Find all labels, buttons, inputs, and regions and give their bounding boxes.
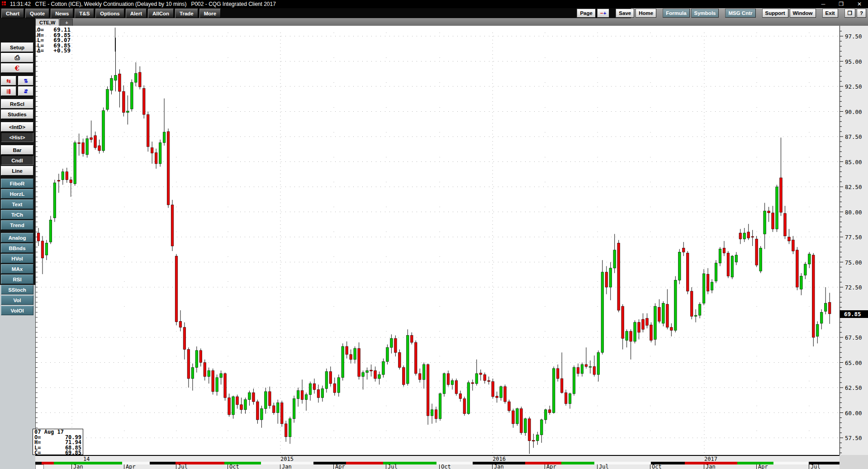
sidebar-item-label: Vol	[13, 298, 21, 303]
menu-ts[interactable]: T&S	[75, 9, 94, 18]
sidebar-item-label: Line	[12, 168, 23, 174]
year-label: 14	[83, 456, 90, 462]
sidebar-item-label: BBnds	[9, 246, 25, 251]
page-nav-icon[interactable]: −+	[597, 9, 609, 18]
price-axis-label: 65.00	[845, 360, 862, 366]
month-label: Oct	[228, 464, 239, 469]
price-axis-label: 60.00	[845, 410, 862, 417]
sidebar-item-label: MAx	[12, 266, 23, 272]
sidebar-item-label: TrCh	[11, 212, 23, 218]
sidebar-item-moving-average[interactable]: MAx	[1, 264, 33, 274]
sidebar-item-label: Cndl	[11, 158, 23, 163]
sidebar-item-horizontal-line[interactable]: HorzL	[1, 189, 33, 199]
minimize-icon[interactable]: ─	[821, 1, 825, 7]
sidebar-item-volume[interactable]: Vol	[1, 295, 33, 305]
menu-window[interactable]: Window	[790, 9, 816, 18]
menu-support[interactable]: Support	[762, 9, 788, 18]
sidebar-item-studies[interactable]: Studies	[1, 109, 33, 119]
sidebar-item-print[interactable]: ⎙	[1, 53, 33, 62]
printer-icon: ⎙	[14, 54, 19, 62]
sidebar-item-label: <IntD>	[9, 124, 25, 130]
sidebar-item-label: RSI	[13, 277, 21, 282]
price-axis-label: 62.50	[845, 384, 862, 391]
tab-cte-w[interactable]: CTE,W	[35, 19, 59, 26]
price-axis-label: 72.50	[845, 284, 862, 291]
cascade-windows-icon[interactable]: ❐	[844, 9, 855, 18]
price-axis-label: 95.00	[845, 58, 862, 65]
sidebar-item-label: Trend	[10, 223, 24, 228]
sidebar-item-slow-stochastic[interactable]: SStoch	[1, 285, 33, 294]
contract-strip	[35, 462, 840, 464]
session-title: P002 - CQG Integrated Client 2017	[191, 1, 275, 7]
price-axis-label: 57.50	[845, 435, 862, 441]
sidebar-item-rsi[interactable]: RSI	[1, 275, 33, 284]
contract-strip-segment	[150, 462, 175, 464]
menu-news[interactable]: News	[51, 9, 73, 18]
help-icon[interactable]: ?	[857, 9, 866, 18]
month-label: Apr	[545, 464, 556, 469]
month-label: Jan	[492, 464, 504, 469]
sidebar-item-setup[interactable]: Setup	[1, 43, 33, 52]
magnet-icon: €	[15, 64, 19, 72]
sidebar-item-historical[interactable]: <Hist>	[1, 133, 33, 142]
menu-home[interactable]: Home	[636, 9, 656, 18]
month-label: Jul	[809, 464, 821, 469]
axis-corner-box	[35, 464, 44, 469]
sidebar-item-volume-open-interest[interactable]: VolOI	[1, 306, 33, 315]
close-icon[interactable]: ✕	[857, 1, 862, 7]
month-label: Jul	[597, 464, 609, 469]
menu-alert[interactable]: Alert	[126, 9, 147, 18]
sidebar-item-trend-channel[interactable]: TrCh	[1, 210, 33, 219]
instrument-title: CTE - Cotton (ICE), Weekly Continuation …	[35, 1, 187, 7]
sidebar-item-historical-volatility[interactable]: HVol	[1, 254, 33, 263]
sidebar-item-label: SStoch	[8, 287, 26, 293]
menu-exit[interactable]: Exit	[822, 9, 838, 18]
sidebar-item-sort-arrows[interactable]: ⇵	[18, 86, 33, 96]
sidebar-item-swap-vertical[interactable]: ⇅	[18, 76, 33, 85]
price-axis-label: 82.50	[845, 184, 862, 190]
tab-add[interactable]: +	[60, 19, 73, 26]
sidebar-item-bollinger-bands[interactable]: BBnds	[1, 243, 33, 253]
restore-icon[interactable]: ❐	[839, 1, 844, 7]
add-tab-icon: +	[65, 20, 68, 25]
sidebar-item-bar-chart[interactable]: Bar	[1, 145, 33, 155]
sidebar-item-label: <Hist>	[9, 135, 25, 140]
menu-bar: ChartQuoteNewsT&SOptionsAlertAllConTrade…	[0, 8, 868, 18]
sidebar-item-rescale[interactable]: ReScl	[1, 99, 33, 109]
menu-save[interactable]: Save	[616, 9, 634, 18]
sidebar-item-swap-horizontal[interactable]: ⇆	[1, 76, 16, 85]
menu-options[interactable]: Options	[95, 9, 124, 18]
menu-msg-cntr[interactable]: MSG Cntr	[725, 9, 755, 18]
sidebar-item-label: HorzL	[10, 191, 25, 197]
sidebar-item-fibonacci-retracement[interactable]: FiboR	[1, 179, 33, 188]
sidebar-item-trend-line[interactable]: Trend	[1, 220, 33, 230]
price-axis[interactable]: 69.85 97.5095.0092.5090.0087.5085.0082.5…	[840, 26, 868, 455]
contract-strip-segment	[773, 462, 809, 464]
selected-bar-label: C=	[34, 450, 44, 456]
sidebar-item-text-tool[interactable]: Text	[1, 199, 33, 209]
contract-strip-segment	[561, 462, 594, 464]
menu-allcon[interactable]: AllCon	[148, 9, 174, 18]
menu-symbols[interactable]: Symbols	[691, 9, 719, 18]
quote-label: Δ=	[37, 48, 47, 53]
menu-chart[interactable]: Chart	[1, 9, 24, 18]
price-axis-label: 97.50	[845, 33, 862, 40]
menu-quote[interactable]: Quote	[25, 9, 49, 18]
sidebar-item-intraday[interactable]: <IntD>	[1, 122, 33, 132]
last-price-box: 69.85	[840, 310, 868, 318]
sidebar-item-analog-study[interactable]: Analog	[1, 233, 33, 242]
multi-arrow-icon: ⇶	[6, 88, 11, 95]
menu-more[interactable]: More	[199, 9, 221, 18]
time-axis[interactable]: 14201520162017JanAprJulOctJanAprJulOctJa…	[35, 455, 840, 469]
sidebar-item-multi-arrows[interactable]: ⇶	[1, 86, 16, 96]
sidebar-item-magnet[interactable]: €	[1, 63, 33, 73]
menu-trade[interactable]: Trade	[175, 9, 198, 18]
selected-bar-value: 69.85	[44, 450, 81, 456]
sort-arrow-icon: ⇵	[24, 88, 28, 95]
sidebar-item-candle-chart[interactable]: Cndl	[1, 156, 33, 165]
chart-plot[interactable]: O=69.11H=69.85L=69.07L=69.85Δ=+0.59	[35, 26, 840, 455]
price-axis-label: 67.50	[845, 334, 862, 341]
menu-page[interactable]: Page	[577, 9, 596, 18]
menu-formula[interactable]: Formula	[663, 9, 689, 18]
sidebar-item-line-chart[interactable]: Line	[1, 166, 33, 175]
